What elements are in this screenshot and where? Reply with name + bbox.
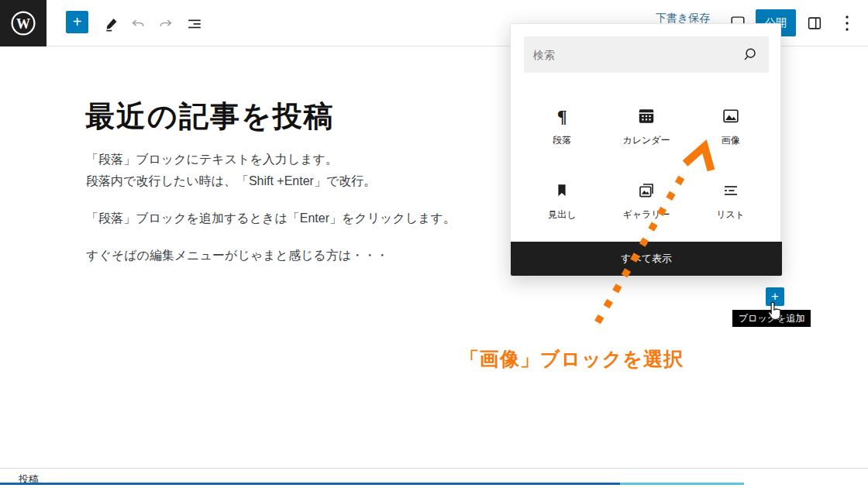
undo-icon[interactable] xyxy=(129,15,147,33)
add-block-button[interactable]: + xyxy=(766,287,784,306)
list-icon xyxy=(722,179,740,202)
paragraph-line[interactable]: すぐそばの編集メニューがじゃまと感じる方は・・・ xyxy=(86,245,388,266)
block-label: カレンダー xyxy=(622,134,670,147)
image-icon xyxy=(721,105,741,128)
calendar-icon xyxy=(636,105,656,128)
block-item-list[interactable]: リスト xyxy=(688,170,773,244)
paragraph-icon: ¶ xyxy=(557,105,567,128)
search-icon xyxy=(742,46,760,64)
block-label: ギャラリー xyxy=(622,208,670,222)
block-item-heading[interactable]: 見出し xyxy=(520,170,604,244)
block-item-calendar[interactable]: カレンダー xyxy=(604,95,689,170)
block-item-paragraph[interactable]: ¶ 段落 xyxy=(520,95,604,170)
post-title[interactable]: 最近の記事を投稿 xyxy=(85,97,335,136)
paragraph-line[interactable]: 「段落」ブロックにテキストを入力します。 xyxy=(86,149,338,170)
paragraph-line[interactable]: 段落内で改行したい時は、「Shift +Enter」で改行。 xyxy=(86,170,376,192)
window-edge-line-light xyxy=(620,483,744,485)
redo-icon[interactable] xyxy=(157,15,175,33)
block-search-input[interactable] xyxy=(533,49,742,61)
annotation-text: 「画像」ブロックを選択 xyxy=(460,346,684,372)
editor-footer-bar: 投稿 xyxy=(0,468,868,488)
list-view-icon[interactable] xyxy=(185,15,204,33)
wordpress-icon: W xyxy=(9,9,37,37)
block-inserter-toggle-button[interactable]: + xyxy=(66,11,88,33)
more-options-kebab-icon[interactable] xyxy=(841,13,853,33)
block-results-grid: ¶ 段落 カレンダー 画像 xyxy=(520,95,773,244)
edit-mode-icon[interactable] xyxy=(102,15,120,33)
block-inserter-popup: ¶ 段落 カレンダー 画像 xyxy=(510,23,781,277)
block-item-image[interactable]: 画像 xyxy=(688,95,773,170)
browse-all-button[interactable]: すべて表示 xyxy=(511,242,782,276)
wordpress-logo[interactable]: W xyxy=(0,0,46,46)
block-label: 画像 xyxy=(722,134,740,147)
gallery-icon xyxy=(636,179,656,202)
block-label: 見出し xyxy=(548,208,576,222)
window-edge-line-dark xyxy=(0,483,620,485)
svg-text:W: W xyxy=(16,16,30,32)
block-label: 段落 xyxy=(553,134,571,147)
block-item-gallery[interactable]: ギャラリー xyxy=(604,170,689,244)
add-block-tooltip: ブロックを追加 xyxy=(732,310,811,327)
block-label: リスト xyxy=(716,208,745,222)
settings-sidebar-toggle-icon[interactable] xyxy=(805,15,824,32)
heading-bookmark-icon xyxy=(553,179,570,202)
block-search-box xyxy=(524,36,769,73)
paragraph-line[interactable]: 「段落」ブロックを追加するときは「Enter」をクリックします。 xyxy=(86,208,456,229)
